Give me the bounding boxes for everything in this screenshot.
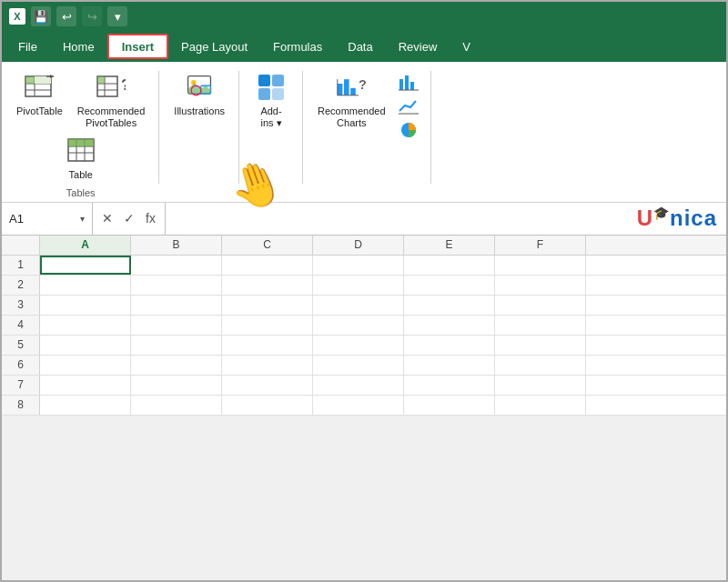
cell-d2[interactable]: [313, 276, 404, 295]
cell-f2[interactable]: [495, 276, 586, 295]
cell-f4[interactable]: [495, 316, 586, 335]
svg-rect-36: [405, 75, 409, 90]
cell-f1[interactable]: [495, 256, 586, 275]
cell-d3[interactable]: [313, 296, 404, 315]
svg-rect-35: [399, 79, 403, 90]
table-label: Table: [69, 169, 93, 181]
cell-f6[interactable]: [495, 356, 586, 375]
menu-home[interactable]: Home: [50, 34, 107, 59]
col-header-d[interactable]: D: [313, 236, 404, 255]
cell-a5[interactable]: [40, 336, 131, 355]
pivottable-button[interactable]: PivotTable: [11, 69, 68, 121]
cell-f5[interactable]: [495, 336, 586, 355]
cell-d6[interactable]: [313, 356, 404, 375]
cell-f7[interactable]: [495, 376, 586, 395]
tables-group-label: Tables: [66, 187, 96, 202]
row-num-8: 8: [2, 396, 40, 415]
menu-formulas[interactable]: Formulas: [260, 34, 335, 59]
cell-b5[interactable]: [131, 336, 222, 355]
undo-button[interactable]: ↩: [56, 6, 76, 26]
cell-d7[interactable]: [313, 376, 404, 395]
cell-f3[interactable]: [495, 296, 586, 315]
pivottable-label: PivotTable: [16, 105, 63, 117]
svg-rect-26: [272, 75, 284, 86]
cell-f8[interactable]: [495, 396, 586, 415]
illustrations-button[interactable]: Illustrations: [168, 69, 230, 121]
cell-e1[interactable]: [404, 256, 495, 275]
unica-hat: 🎓: [653, 206, 670, 220]
svg-rect-18: [68, 139, 76, 146]
menu-view[interactable]: V: [450, 34, 483, 59]
fx-button[interactable]: fx: [142, 209, 159, 227]
cell-e8[interactable]: [404, 396, 495, 415]
cell-a7[interactable]: [40, 376, 131, 395]
col-header-f[interactable]: F: [495, 236, 586, 255]
col-header-c[interactable]: C: [222, 236, 313, 255]
table-row: 7: [2, 376, 726, 396]
confirm-formula-button[interactable]: ✓: [120, 209, 138, 227]
cell-d5[interactable]: [313, 336, 404, 355]
ribbon: PivotTable ? Recommended PivotTables: [2, 62, 726, 203]
customize-button[interactable]: ▾: [107, 6, 127, 26]
cell-c4[interactable]: [222, 316, 313, 335]
col-header-e[interactable]: E: [404, 236, 495, 255]
table-button[interactable]: Table: [58, 133, 104, 185]
cell-e6[interactable]: [404, 356, 495, 375]
cell-a1[interactable]: [40, 256, 131, 275]
save-button[interactable]: 💾: [31, 6, 51, 26]
table-row: 4: [2, 316, 726, 336]
menu-file[interactable]: File: [5, 34, 50, 59]
svg-text:?: ?: [359, 77, 366, 92]
addins-button[interactable]: Add-ins ▾: [248, 69, 294, 133]
table-row: 3: [2, 296, 726, 316]
cell-c6[interactable]: [222, 356, 313, 375]
cell-d8[interactable]: [313, 396, 404, 415]
menu-insert[interactable]: Insert: [107, 34, 168, 59]
menu-data[interactable]: Data: [335, 34, 385, 59]
cell-c8[interactable]: [222, 396, 313, 415]
cell-b7[interactable]: [131, 376, 222, 395]
rec-charts-button[interactable]: ? Recommended Charts: [312, 69, 391, 133]
cell-d1[interactable]: [313, 256, 404, 275]
redo-button[interactable]: ↪: [82, 6, 102, 26]
cell-b6[interactable]: [131, 356, 222, 375]
cell-c3[interactable]: [222, 296, 313, 315]
menu-review[interactable]: Review: [386, 34, 450, 59]
cell-a4[interactable]: [40, 316, 131, 335]
cell-e7[interactable]: [404, 376, 495, 395]
cell-c1[interactable]: [222, 256, 313, 275]
name-box[interactable]: A1 ▾: [2, 203, 93, 235]
cell-a3[interactable]: [40, 296, 131, 315]
svg-rect-27: [258, 88, 270, 100]
pivottable-icon: [25, 73, 54, 102]
column-chart-button[interactable]: [395, 73, 422, 93]
cell-b8[interactable]: [131, 396, 222, 415]
cell-b3[interactable]: [131, 296, 222, 315]
line-chart-button[interactable]: [395, 96, 422, 116]
cell-d4[interactable]: [313, 316, 404, 335]
addins-icon: [257, 73, 286, 102]
cell-a6[interactable]: [40, 356, 131, 375]
cell-e3[interactable]: [404, 296, 495, 315]
unica-logo: U🎓nica: [637, 206, 717, 231]
cell-e2[interactable]: [404, 276, 495, 295]
cell-a8[interactable]: [40, 396, 131, 415]
cell-e4[interactable]: [404, 316, 495, 335]
rec-pivottables-button[interactable]: ? Recommended PivotTables: [72, 69, 151, 133]
col-header-a[interactable]: A: [40, 236, 131, 255]
cell-b4[interactable]: [131, 316, 222, 335]
row-num-3: 3: [2, 296, 40, 315]
cell-e5[interactable]: [404, 336, 495, 355]
cell-c2[interactable]: [222, 276, 313, 295]
col-header-b[interactable]: B: [131, 236, 222, 255]
unica-nica: nica: [670, 206, 717, 230]
cell-a2[interactable]: [40, 276, 131, 295]
title-bar: X 💾 ↩ ↪ ▾: [2, 2, 726, 31]
cell-c7[interactable]: [222, 376, 313, 395]
menu-pagelayout[interactable]: Page Layout: [168, 34, 260, 59]
cancel-formula-button[interactable]: ✕: [98, 209, 116, 227]
pie-chart-button[interactable]: [395, 120, 422, 140]
cell-b2[interactable]: [131, 276, 222, 295]
cell-c5[interactable]: [222, 336, 313, 355]
cell-b1[interactable]: [131, 256, 222, 275]
